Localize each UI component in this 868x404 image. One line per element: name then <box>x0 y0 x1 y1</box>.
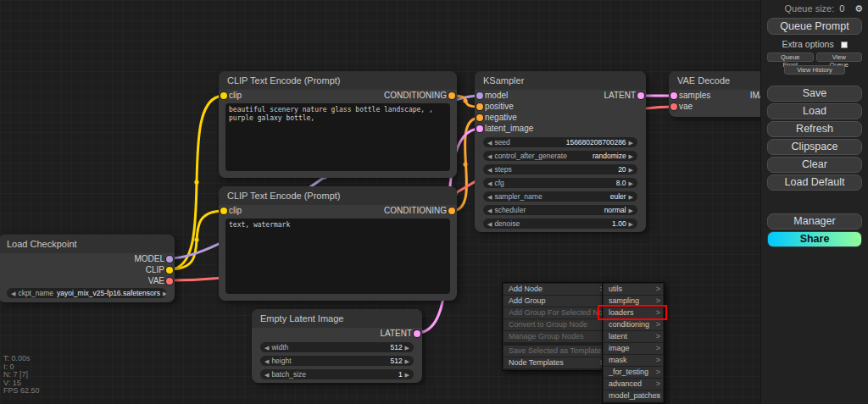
submenu-item-conditioning[interactable]: conditioning > <box>604 319 663 330</box>
node-title[interactable]: CLIP Text Encode (Prompt) <box>219 71 457 90</box>
decrement-arrow-icon[interactable]: ◀ <box>487 180 492 186</box>
clip-output-slot[interactable] <box>166 267 173 274</box>
submenu-item-utils[interactable]: utils > <box>604 284 663 295</box>
increment-arrow-icon[interactable]: ▶ <box>629 221 633 227</box>
steps-widget[interactable]: ◀ steps 20 ▶ <box>483 164 637 174</box>
menu-item-node-templates[interactable]: Node Templates > <box>504 357 607 368</box>
previous-arrow-icon[interactable]: ◀ <box>11 291 15 296</box>
latent-output-slot[interactable] <box>637 92 644 99</box>
prompt-textarea[interactable]: text, watermark <box>225 219 450 294</box>
slot-row: VAE <box>0 275 175 286</box>
submenu-item-mask[interactable]: mask > <box>604 355 663 366</box>
conditioning-output-slot[interactable] <box>448 92 455 99</box>
submenu-item-image[interactable]: image > <box>604 343 663 354</box>
denoise-widget[interactable]: ◀ denoise 1.00 ▶ <box>483 219 637 229</box>
scheduler-widget[interactable]: ◀ scheduler normal ▶ <box>483 205 637 215</box>
samples-input-slot[interactable] <box>670 92 677 99</box>
settings-gear-icon[interactable]: ⚙ <box>854 3 863 15</box>
node-load-checkpoint[interactable]: Load Checkpoint MODEL CLIP VAE ◀ ckpt_na… <box>0 235 175 302</box>
decrement-arrow-icon[interactable]: ◀ <box>264 345 269 351</box>
submenu-item-sampling[interactable]: sampling > <box>604 296 663 307</box>
decrement-arrow-icon[interactable]: ◀ <box>264 358 269 364</box>
increment-arrow-icon[interactable]: ▶ <box>629 180 633 186</box>
height-widget[interactable]: ◀ height 512 ▶ <box>260 356 414 366</box>
menu-item-label: Save Selected as Template <box>509 346 601 355</box>
submenu-arrow-icon: > <box>656 343 660 354</box>
ckpt-name-widget[interactable]: ◀ ckpt_name yayoi_mix_v25-fp16.safetenso… <box>7 288 166 298</box>
node-ksampler[interactable]: KSampler model LATENT positive negative … <box>475 71 646 232</box>
save-button[interactable]: Save <box>767 86 862 102</box>
decrement-arrow-icon[interactable]: ◀ <box>487 167 492 173</box>
submenu-arrow-icon: > <box>656 379 660 390</box>
previous-arrow-icon[interactable]: ◀ <box>487 194 492 200</box>
next-arrow-icon[interactable]: ▶ <box>629 194 633 200</box>
load-default-button[interactable]: Load Default <box>767 174 862 191</box>
share-button[interactable]: Share <box>767 231 862 247</box>
batch-size-widget[interactable]: ◀ batch_size 1 ▶ <box>260 369 414 379</box>
increment-arrow-icon[interactable]: ▶ <box>629 167 633 173</box>
slot-row: model LATENT <box>475 90 646 101</box>
increment-arrow-icon[interactable]: ▶ <box>405 358 409 364</box>
prompt-textarea[interactable]: beautiful scenery nature glass bottle la… <box>225 103 450 171</box>
view-queue-button[interactable]: View Queue <box>816 53 863 62</box>
submenu-item-model-patches[interactable]: model_patches > <box>604 390 663 401</box>
node-clip-text-encode-negative[interactable]: CLIP Text Encode (Prompt) clip CONDITION… <box>219 186 457 301</box>
menu-item-add-node[interactable]: Add Node > <box>504 284 607 295</box>
negative-input-slot[interactable] <box>476 114 483 121</box>
increment-arrow-icon[interactable]: ▶ <box>629 153 633 159</box>
menu-item-add-group-for-selected-node[interactable]: Add Group For Selected Node <box>504 307 607 318</box>
width-widget[interactable]: ◀ width 512 ▶ <box>260 342 414 352</box>
next-arrow-icon[interactable]: ▶ <box>163 291 166 296</box>
menu-item-save-selected-as-template[interactable]: Save Selected as Template <box>504 346 607 357</box>
decrement-arrow-icon[interactable]: ◀ <box>264 372 269 378</box>
increment-arrow-icon[interactable]: ▶ <box>629 140 633 146</box>
menu-item-convert-to-group-node[interactable]: Convert to Group Node <box>504 319 607 330</box>
view-history-button[interactable]: View History <box>784 65 845 75</box>
node-title[interactable]: CLIP Text Encode (Prompt) <box>219 186 457 205</box>
decrement-arrow-icon[interactable]: ◀ <box>487 140 492 146</box>
decrement-arrow-icon[interactable]: ◀ <box>487 153 492 159</box>
slot-row: LATENT <box>252 328 422 339</box>
cfg-widget[interactable]: ◀ cfg 8.0 ▶ <box>483 178 637 188</box>
node-empty-latent-image[interactable]: Empty Latent Image LATENT ◀ width 512 ▶ … <box>252 309 422 383</box>
widget-name: denoise <box>494 219 520 228</box>
clipspace-button[interactable]: Clipspace <box>767 139 862 155</box>
increment-arrow-icon[interactable]: ▶ <box>405 345 409 351</box>
node-title[interactable]: Load Checkpoint <box>0 235 175 253</box>
sampler-name-widget[interactable]: ◀ sampler_name euler ▶ <box>483 191 637 202</box>
vae-output-slot[interactable] <box>166 278 173 285</box>
refresh-button[interactable]: Refresh <box>767 121 862 137</box>
menu-item-add-group[interactable]: Add Group <box>504 296 607 307</box>
menu-item-label: utils <box>609 285 622 293</box>
submenu-arrow-icon: > <box>656 307 660 318</box>
model-output-slot[interactable] <box>166 256 173 263</box>
increment-arrow-icon[interactable]: ▶ <box>405 372 409 378</box>
next-arrow-icon[interactable]: ▶ <box>629 208 633 213</box>
submenu-item-advanced[interactable]: advanced > <box>604 379 663 390</box>
clip-input-slot[interactable] <box>220 92 227 99</box>
extra-options-checkbox[interactable] <box>841 42 848 48</box>
submenu-item-latent[interactable]: latent > <box>604 331 663 342</box>
node-title[interactable]: KSampler <box>475 71 646 90</box>
menu-item-manage-group-nodes[interactable]: Manage Group Nodes <box>504 331 607 342</box>
clip-input-slot[interactable] <box>220 208 227 214</box>
submenu-item-loaders[interactable]: loaders > <box>604 307 663 318</box>
queue-prompt-button[interactable]: Queue Prompt <box>767 18 862 35</box>
node-title[interactable]: Empty Latent Image <box>252 309 422 328</box>
conditioning-output-slot[interactable] <box>448 208 455 214</box>
seed-widget[interactable]: ◀ seed 156680208700286 ▶ <box>483 137 637 147</box>
control-after-generate-widget[interactable]: ◀ control_after_generate randomize ▶ <box>483 151 637 161</box>
submenu-item-for-testing[interactable]: _for_testing > <box>604 367 663 378</box>
latent-image-input-slot[interactable] <box>476 125 483 132</box>
clear-button[interactable]: Clear <box>767 157 862 173</box>
model-input-slot[interactable] <box>476 92 483 99</box>
latent-output-slot[interactable] <box>414 330 420 337</box>
previous-arrow-icon[interactable]: ◀ <box>487 208 492 213</box>
vae-input-slot[interactable] <box>670 103 677 110</box>
positive-input-slot[interactable] <box>476 103 483 110</box>
load-button[interactable]: Load <box>767 103 862 119</box>
node-clip-text-encode-positive[interactable]: CLIP Text Encode (Prompt) clip CONDITION… <box>219 71 457 178</box>
manager-button[interactable]: Manager <box>767 213 862 230</box>
decrement-arrow-icon[interactable]: ◀ <box>487 221 492 227</box>
queue-front-button[interactable]: Queue Front <box>767 53 814 62</box>
